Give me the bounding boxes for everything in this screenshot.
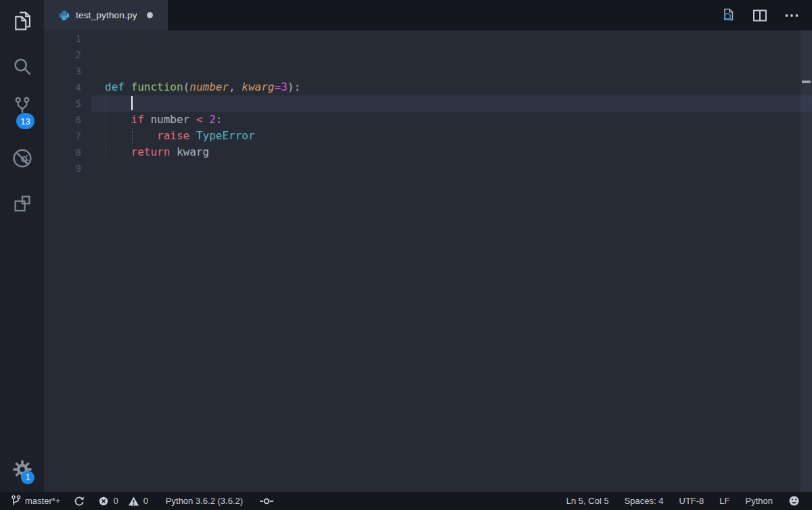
code-token: ,	[229, 80, 242, 93]
code-token: if	[131, 113, 144, 126]
sidebar-item-debug[interactable]	[0, 143, 44, 173]
search-icon	[12, 57, 32, 77]
indent-guide	[106, 112, 106, 128]
line-content: if number < 2:	[91, 112, 812, 128]
ruler-cursor-marker	[802, 80, 811, 83]
code-token	[170, 145, 177, 158]
error-count: 0	[113, 496, 118, 506]
line-content	[91, 63, 812, 79]
code-token	[203, 113, 210, 126]
tab-test-python[interactable]: test_python.py	[44, 0, 168, 30]
code-token: raise	[157, 129, 189, 142]
overview-ruler[interactable]	[800, 30, 812, 492]
code-token: ):	[288, 80, 300, 93]
code-token: kwarg	[177, 145, 209, 158]
code-token: :	[216, 113, 223, 126]
sidebar-item-explorer[interactable]	[0, 6, 44, 36]
code-token	[105, 129, 157, 142]
code-line-6[interactable]: 6 if number < 2:	[44, 112, 812, 128]
code-token: kwarg	[242, 80, 274, 93]
code-token: 3	[281, 80, 288, 93]
language-mode-status[interactable]: Python	[746, 496, 773, 506]
source-control-badge: 13	[16, 113, 35, 129]
sync-icon	[74, 496, 85, 507]
line-content	[91, 160, 812, 177]
python-interpreter-status[interactable]: Python 3.6.2 (3.6.2)	[166, 496, 243, 506]
code-editor[interactable]: 1234def function(number, kwarg=3):5 6 if…	[44, 30, 812, 492]
commit-icon	[259, 496, 274, 507]
code-line-9[interactable]: 9	[44, 160, 812, 177]
status-bar: master*+ 0 0	[0, 492, 812, 510]
code-token: 2	[209, 113, 216, 126]
sync-status[interactable]	[74, 496, 85, 507]
line-content: raise TypeError	[91, 128, 812, 144]
git-branch-status[interactable]: master*+	[11, 495, 60, 507]
indent-guide	[132, 128, 133, 144]
indent-guide	[106, 128, 106, 144]
line-number: 5	[44, 95, 91, 112]
open-preview-button[interactable]	[721, 7, 736, 23]
line-content	[91, 47, 812, 63]
code-token: number	[189, 80, 229, 93]
code-line-3[interactable]: 3	[44, 63, 812, 79]
cursor-position-status[interactable]: Ln 5, Col 5	[566, 496, 609, 506]
code-line-1[interactable]: 1	[44, 30, 812, 47]
debug-icon	[12, 147, 33, 169]
warning-icon	[128, 496, 139, 507]
modified-dot-icon[interactable]	[147, 12, 153, 18]
code-token	[105, 113, 131, 126]
indentation-status[interactable]: Spaces: 4	[625, 496, 664, 506]
warning-count: 0	[143, 496, 148, 506]
activity-bar: 13	[0, 0, 44, 492]
tab-title: test_python.py	[76, 10, 137, 20]
code-token	[105, 97, 131, 110]
code-token: def	[105, 80, 125, 93]
line-content: def function(number, kwarg=3):	[91, 79, 812, 95]
feedback-smiley-icon	[788, 495, 800, 507]
split-editor-button[interactable]	[752, 9, 767, 22]
more-actions-icon	[784, 9, 800, 22]
code-line-5[interactable]: 5	[44, 95, 812, 112]
status-left: master*+ 0 0	[11, 495, 274, 507]
extensions-icon	[12, 193, 32, 214]
code-line-4[interactable]: 4def function(number, kwarg=3):	[44, 79, 812, 95]
files-icon	[12, 10, 32, 32]
code-token	[125, 80, 131, 93]
python-version: Python 3.6.2 (3.6.2)	[166, 496, 243, 506]
code-token: =	[274, 80, 281, 93]
line-number: 8	[44, 144, 91, 160]
sidebar-item-settings[interactable]: 1	[0, 455, 44, 484]
code-line-8[interactable]: 8 return kwarg	[44, 144, 812, 160]
code-token: number	[150, 113, 189, 126]
code-line-2[interactable]: 2	[44, 47, 812, 63]
encoding-status[interactable]: UTF-8	[679, 496, 704, 506]
sidebar-item-source-control[interactable]: 13	[0, 91, 44, 121]
line-number: 6	[44, 112, 91, 128]
indent-guide	[106, 95, 106, 112]
problems-status[interactable]: 0 0	[98, 496, 148, 507]
code-token	[105, 145, 131, 158]
indent-guide	[106, 144, 106, 160]
code-token: (	[183, 80, 190, 93]
line-number: 7	[44, 128, 91, 144]
sidebar-item-search[interactable]	[0, 52, 44, 82]
status-right: Ln 5, Col 5 Spaces: 4 UTF-8 LF Python	[566, 495, 800, 507]
git-branch-icon	[11, 495, 21, 507]
line-content	[91, 30, 812, 47]
settings-badge: 1	[21, 471, 35, 484]
editor-lines: 1234def function(number, kwarg=3):5 6 if…	[44, 30, 812, 177]
more-actions-button[interactable]	[784, 9, 800, 22]
code-token: <	[196, 113, 203, 126]
python-file-icon	[59, 10, 70, 21]
feedback-status[interactable]	[788, 495, 800, 507]
commit-status[interactable]	[259, 496, 274, 507]
eol-status[interactable]: LF	[719, 496, 729, 506]
line-number: 9	[44, 160, 91, 177]
text-cursor	[131, 96, 133, 110]
line-number: 3	[44, 63, 91, 79]
line-content: return kwarg	[91, 144, 812, 160]
branch-name: master*+	[25, 496, 60, 506]
code-token: return	[131, 145, 171, 158]
code-line-7[interactable]: 7 raise TypeError	[44, 128, 812, 144]
sidebar-item-extensions[interactable]	[0, 189, 44, 218]
